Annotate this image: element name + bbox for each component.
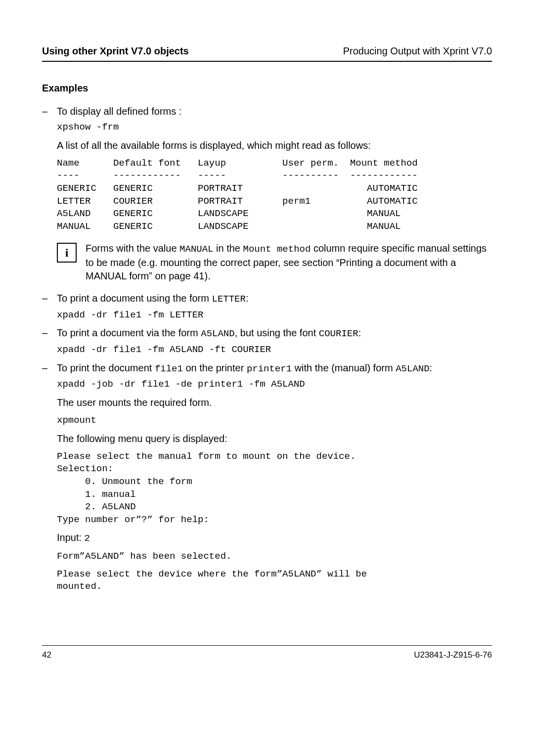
page-footer: 42 U23841-J-Z915-6-76 [42, 645, 492, 661]
info-part2: in the [214, 243, 243, 254]
item4-f: A5LAND [396, 363, 429, 374]
item3-b: A5LAND [201, 328, 234, 339]
item4-cmd: xpadd -job -dr file1 -de printer1 -fm A5… [57, 378, 492, 391]
item1-cmd: xpshow -frm [57, 121, 492, 134]
info-part1: Forms with the value [86, 243, 179, 254]
item1-intro: To display all defined forms : [57, 105, 492, 118]
list-item: – To print the document file1 on the pri… [42, 361, 492, 376]
item3-e: : [358, 327, 361, 338]
list-item: – To print a document via the form A5LAN… [42, 326, 492, 341]
list-item: – To print a document using the form LET… [42, 292, 492, 306]
page-header: Using other Xprint V7.0 objects Producin… [42, 44, 492, 62]
info-mount: Mount method [243, 244, 311, 255]
examples-heading: Examples [42, 82, 492, 95]
item4-a: To print the document [57, 362, 155, 373]
item4-xpmount: xpmount [57, 414, 492, 427]
item4-d: printer1 [247, 363, 292, 374]
item4-menutext: The following menu query is displayed: [57, 432, 492, 445]
item4-mount: The user mounts the required form. [57, 396, 492, 409]
item4-input-b: 2 [85, 533, 90, 544]
item4-c: on the printer [183, 362, 247, 373]
item4-please: Please select the device where the form”… [57, 568, 492, 593]
bullet-dash: – [42, 105, 57, 118]
item4-input: Input: 2 [57, 531, 492, 545]
item3-cmd: xpadd -dr file1 -fm A5LAND -ft COURIER [57, 344, 492, 356]
item3-text: To print a document via the form A5LAND,… [57, 326, 492, 341]
info-note: i Forms with the value MANUAL in the Mou… [57, 242, 492, 283]
item4-text: To print the document file1 on the print… [57, 361, 492, 376]
item4-menu: Please select the manual form to mount o… [57, 450, 492, 527]
item3-c: , but using the font [235, 327, 319, 338]
info-manual: MANUAL [179, 244, 213, 255]
item4-input-a: Input: [57, 532, 85, 543]
item1-result: A list of all the available forms is dis… [57, 139, 492, 152]
bullet-dash: – [42, 292, 57, 306]
item4-formsel: Form”A5LAND” has been selected. [57, 550, 492, 563]
header-right: Producing Output with Xprint V7.0 [343, 44, 492, 58]
item2-text: To print a document using the form LETTE… [57, 292, 492, 306]
item4-b: file1 [155, 363, 183, 374]
bullet-dash: – [42, 326, 57, 341]
item3-a: To print a document via the form [57, 327, 201, 338]
item3-d: COURIER [319, 328, 358, 339]
item4-g: : [430, 362, 433, 373]
footer-page: 42 [42, 650, 51, 661]
footer-doc: U23841-J-Z915-6-76 [414, 650, 492, 661]
forms-table: Name Default font Layup User perm. Mount… [57, 157, 492, 233]
header-left: Using other Xprint V7.0 objects [42, 44, 189, 58]
list-item: – To display all defined forms : [42, 105, 492, 118]
item2-c: : [246, 293, 249, 304]
info-text: Forms with the value MANUAL in the Mount… [86, 242, 492, 283]
info-icon: i [57, 243, 77, 263]
item2-b: LETTER [212, 294, 246, 305]
item4-e: with the (manual) form [292, 362, 396, 373]
item2-a: To print a document using the form [57, 293, 212, 304]
bullet-dash: – [42, 361, 57, 376]
item2-cmd: xpadd -dr file1 -fm LETTER [57, 309, 492, 322]
